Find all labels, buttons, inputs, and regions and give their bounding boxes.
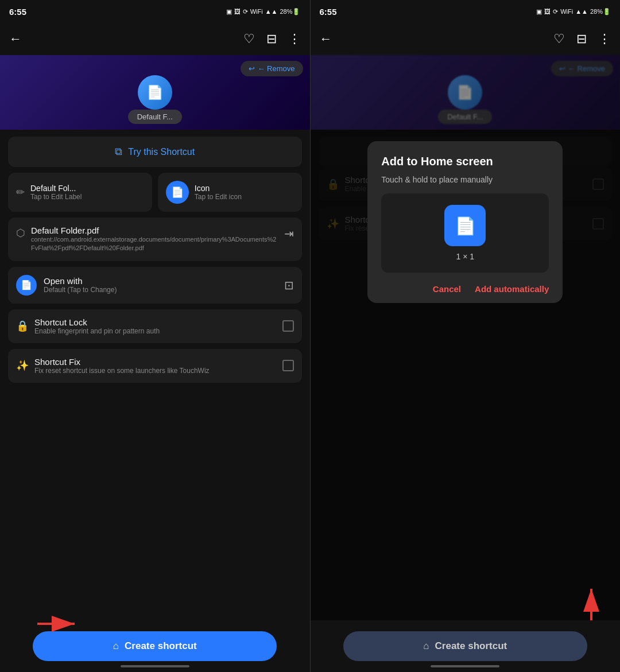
left-status-icons: ▣ 🖼 ⟳ WiFi ▲▲ 28%🔋 [226, 8, 301, 15]
fix-checkbox[interactable] [282, 360, 294, 371]
right-bottom-bar: ⌂ Create shortcut [311, 620, 621, 672]
sync-icon: ⟳ [243, 8, 248, 15]
file-card-path: content://com.android.externalstorage.do… [31, 235, 278, 253]
left-icon-card[interactable]: 📄 Icon Tap to Edit icon [158, 173, 302, 212]
right-red-arrow [557, 580, 603, 626]
external-link-icon: ⧉ [115, 146, 122, 158]
lock-checkbox[interactable] [282, 320, 294, 332]
right-create-btn-label: Create shortcut [435, 640, 507, 652]
icon-card-avatar: 📄 [166, 181, 189, 204]
dialog-add-automatically-button[interactable]: Add automatically [475, 284, 549, 294]
left-hero-image: 📄 ↩ ← Remove Default F... [0, 55, 310, 130]
left-label-card[interactable]: ✏ Default Fol... Tap to Edit Label [8, 173, 152, 212]
pencil-icon: ✏ [16, 186, 25, 199]
right-sync-icon: ⟳ [553, 8, 558, 15]
dialog-subtitle: Touch & hold to place manually [381, 175, 549, 184]
right-status-bar: 6:55 ▣ 🖼 ⟳ WiFi ▲▲ 28%🔋 [311, 0, 621, 23]
right-heart-button[interactable]: ♡ [553, 32, 565, 46]
fix-title: Shortcut Fix [34, 357, 277, 367]
lock-title: Shortcut Lock [34, 317, 277, 327]
left-home-indicator [121, 665, 189, 667]
photo-icon: 🖼 [234, 8, 241, 15]
left-heart-button[interactable]: ♡ [243, 32, 255, 46]
file-card-name: Default Folder.pdf [31, 226, 278, 235]
left-default-label: Default F... [128, 110, 182, 124]
open-with-arrow: ⊡ [284, 278, 294, 292]
left-label-icon-row: ✏ Default Fol... Tap to Edit Label 📄 Ico… [8, 173, 302, 212]
signal-icon: ▲▲ [265, 8, 278, 15]
right-status-icons: ▣ 🖼 ⟳ WiFi ▲▲ 28%🔋 [536, 8, 611, 15]
dialog-actions: Cancel Add automatically [381, 282, 549, 294]
right-signal-icon: ▲▲ [575, 8, 588, 15]
file-card-arrow: ⇥ [284, 227, 294, 240]
left-shortcut-fix-card[interactable]: ✨ Shortcut Fix Fix reset shortcut issue … [8, 349, 302, 383]
right-photo-icon: 🖼 [544, 8, 551, 15]
left-red-arrow [34, 607, 86, 641]
right-top-bar: ← ♡ ⊟ ⋮ [311, 23, 621, 55]
right-remove-icon: ↩ [559, 64, 565, 73]
left-bookmark-button[interactable]: ⊟ [266, 32, 277, 46]
dialog-icon-area: 📄 1 × 1 [381, 193, 549, 273]
open-with-icon: 📄 [16, 275, 37, 296]
home-icon: ⌂ [113, 640, 119, 652]
left-icon-card-text: Icon Tap to Edit icon [195, 184, 242, 201]
remove-icon: ↩ [249, 64, 255, 73]
right-phone-panel: 6:55 ▣ 🖼 ⟳ WiFi ▲▲ 28%🔋 ← ♡ ⊟ ⋮ 📄 ↩ ← Re… [311, 0, 621, 672]
wifi-icon: WiFi [250, 8, 263, 15]
label-card-subtitle: Tap to Edit Label [30, 193, 82, 201]
open-with-title: Open with [44, 276, 117, 286]
left-scroll-content: ⧉ Try this Shortcut ✏ Default Fol... Tap… [0, 130, 310, 620]
left-create-btn-label: Create shortcut [125, 640, 197, 652]
left-remove-button[interactable]: ↩ ← Remove [241, 61, 303, 76]
right-home-indicator [431, 665, 499, 667]
right-create-shortcut-button[interactable]: ⌂ Create shortcut [343, 631, 587, 661]
left-shortcut-lock-card[interactable]: 🔒 Shortcut Lock Enable fingerprint and p… [8, 309, 302, 343]
left-hero-avatar: 📄 [138, 75, 172, 110]
dialog-size-label: 1 × 1 [456, 252, 474, 261]
lock-subtitle: Enable fingerprint and pin or pattern au… [34, 327, 277, 335]
right-status-time: 6:55 [320, 7, 337, 17]
right-back-button[interactable]: ← [320, 32, 332, 46]
right-hero-image: 📄 ↩ ← Remove Default F... [311, 55, 621, 130]
left-top-icons: ♡ ⊟ ⋮ [243, 32, 301, 46]
add-to-home-dialog: Add to Home screen Touch & hold to place… [367, 141, 563, 303]
left-phone-panel: 6:55 ▣ 🖼 ⟳ WiFi ▲▲ 28%🔋 ← ♡ ⊟ ⋮ 📄 ↩ ← Re… [0, 0, 310, 672]
dialog-title: Add to Home screen [381, 155, 549, 168]
right-hero-avatar: 📄 [448, 75, 482, 110]
right-home-icon: ⌂ [423, 640, 429, 652]
file-icon: ⬡ [16, 227, 25, 239]
left-top-bar: ← ♡ ⊟ ⋮ [0, 23, 310, 55]
lock-icon: 🔒 [16, 320, 29, 332]
right-top-icons: ♡ ⊟ ⋮ [553, 32, 611, 46]
sim-icon: ▣ [226, 8, 232, 15]
battery-icon: 28%🔋 [280, 8, 300, 15]
left-try-shortcut-button[interactable]: ⧉ Try this Shortcut [8, 137, 302, 167]
right-sim-icon: ▣ [536, 8, 542, 15]
dialog-app-icon: 📄 [444, 205, 486, 246]
try-shortcut-label: Try this Shortcut [128, 147, 195, 157]
fix-icon: ✨ [16, 359, 29, 372]
left-bottom-bar: ⌂ Create shortcut [0, 620, 310, 672]
icon-card-title: Icon [195, 184, 242, 193]
right-battery-icon: 28%🔋 [590, 8, 611, 15]
fix-subtitle: Fix reset shortcut issue on some launche… [34, 367, 277, 375]
icon-card-subtitle: Tap to Edit icon [195, 193, 242, 201]
left-back-button[interactable]: ← [9, 32, 22, 46]
left-status-time: 6:55 [9, 7, 26, 17]
left-open-with-card[interactable]: 📄 Open with Default (Tap to Change) ⊡ [8, 267, 302, 304]
left-status-bar: 6:55 ▣ 🖼 ⟳ WiFi ▲▲ 28%🔋 [0, 0, 310, 23]
right-bookmark-button[interactable]: ⊟ [576, 32, 587, 46]
right-default-label: Default F... [438, 110, 492, 124]
dialog-cancel-button[interactable]: Cancel [433, 284, 461, 294]
right-remove-button: ↩ ← Remove [551, 61, 613, 76]
open-with-subtitle: Default (Tap to Change) [44, 286, 117, 294]
left-file-card[interactable]: ⬡ Default Folder.pdf content://com.andro… [8, 217, 302, 261]
right-share-button[interactable]: ⋮ [598, 32, 611, 46]
left-label-card-text: Default Fol... Tap to Edit Label [30, 184, 82, 201]
right-wifi-icon: WiFi [560, 8, 573, 15]
dialog-overlay: Add to Home screen Touch & hold to place… [311, 130, 621, 620]
label-card-title: Default Fol... [30, 184, 82, 193]
left-share-button[interactable]: ⋮ [288, 32, 301, 46]
